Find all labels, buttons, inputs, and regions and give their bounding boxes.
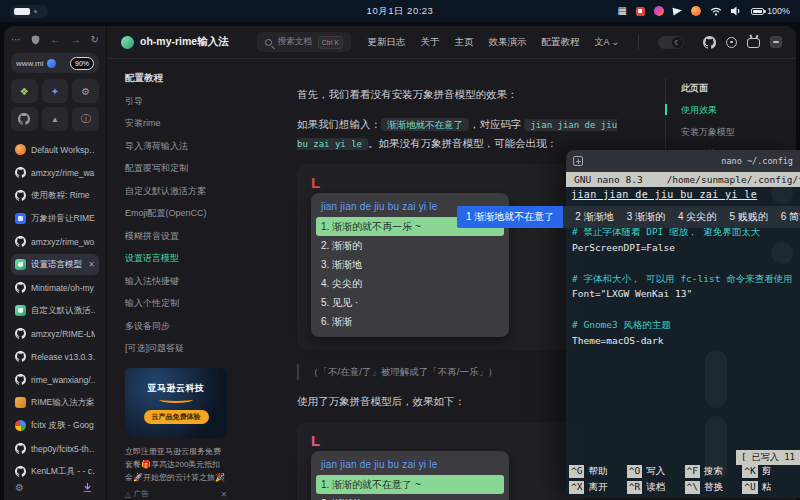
tab-item[interactable]: fcitx 皮肤 - Goog… [11,415,99,436]
fcitx-candidate[interactable]: 4 尖尖的 [678,210,716,224]
tab-item[interactable]: KenLM工具 - - c… [11,461,99,478]
terminal-titlebar[interactable]: nano ~/.config [566,150,800,172]
tab-item[interactable]: rime_wanxiang/… [11,369,99,390]
tab-item[interactable]: 万象拼音让RIME… [11,208,99,229]
sidebar-item-faq[interactable]: [可选]问题答疑 [125,342,233,355]
language-switch[interactable]: 文A ⌄ [594,36,619,49]
nav-home[interactable]: 主页 [454,36,473,49]
github-icon[interactable] [703,36,716,49]
tab-item[interactable]: Release v13.0.3… [11,346,99,367]
url-bar[interactable]: www.mi 90% [11,53,99,73]
tab-item[interactable]: amzxyz/rime_wa… [11,162,99,183]
ad-button[interactable]: 云产品免费体验 [144,410,209,424]
terminal-window[interactable]: nano ~/.config GNU nano 8.3 /home/sunmap… [566,150,800,498]
moon-icon: ☾ [672,37,683,48]
sidebar-item-emoji[interactable]: Emoji配置(OpenCC) [125,207,233,220]
outline-item-effect[interactable]: 使用效果 [681,104,735,117]
sidebar-item-fuzzy-pinyin[interactable]: 模糊拼音设置 [125,230,233,243]
ime-candidate-6: 6. 渐渐 [316,312,504,331]
sparkle-extension-icon[interactable]: ✦ [42,79,69,103]
tab-item[interactable]: amzxyz/RIME-LM… [11,323,99,344]
ime-candidate-1: 1. 渐渐的就不在意了 ~ [316,475,504,494]
tab-item[interactable]: amzxyz/rime_wo… [11,231,99,252]
outline-item-install-model[interactable]: 安装万象模型 [681,126,735,139]
nano-version: GNU nano 8.3 [574,174,643,185]
tab-item[interactable]: 自定义默认激活… [11,300,99,321]
text-cursor-mark: L [311,433,570,448]
tab-item[interactable]: thep0y/fcitx5-th… [11,438,99,459]
back-icon[interactable]: ← [50,34,60,45]
zoom-level-badge[interactable]: 90% [70,57,94,70]
info-extension-icon[interactable]: ⓘ [72,107,99,131]
docs-section-title: 配置教程 [125,72,233,85]
fcitx-candidate[interactable]: 2 渐渐地 [575,210,613,224]
forward-icon[interactable]: → [70,34,80,45]
sidebar-item-language-model-active[interactable]: 设置语言模型 [125,252,233,265]
volume-icon[interactable] [731,6,742,16]
ime-candidate-5: 5. 见见 · [316,293,504,312]
config-line: Font="LXGW WenKai 13" [572,286,794,302]
tab-item[interactable]: RIME输入法方案… [11,392,99,413]
fcitx-candidate[interactable]: 5 贱贱的 [729,210,767,224]
settings-gear-icon[interactable]: ⚙ [15,482,24,493]
inline-code-zh: 渐渐地就不在意了 [381,118,469,131]
tab-item[interactable]: 使用教程: Rime [11,185,99,206]
github-shortcut-icon[interactable] [11,107,38,131]
search-input[interactable]: 搜索文档 Ctrl K [257,32,352,52]
sidebar-item-hotkeys[interactable]: 输入法快捷键 [125,275,233,288]
github-icon [15,328,26,339]
fcitx-candidate[interactable]: 6 简简单 [781,210,800,224]
settings-extension-icon[interactable]: ⚙ [72,79,99,103]
browser-sidebar: ⋯ ← → ↻ www.mi 90% ❖ ✦ ⚙ ▲ ⓘ Default Wor… [4,26,107,500]
ad-image[interactable]: 亚马逊云科技 云产品免费体验 [125,368,227,438]
sidebar-item-default-scheme[interactable]: 自定义默认激活方案 [125,185,233,198]
bilibili-tv-icon[interactable] [747,38,760,48]
sidebar-item-sync[interactable]: 多设备同步 [125,320,233,333]
menu-ellipsis-icon[interactable]: ⋯ [11,34,21,45]
sidebar-item-override[interactable]: 配置覆写和定制 [125,162,233,175]
close-icon[interactable]: ✕ [88,260,95,269]
pin-icon[interactable] [726,37,737,48]
shield-icon[interactable] [31,35,40,45]
nav-demo[interactable]: 效果演示 [488,36,526,49]
ad-close-icon[interactable]: ✕ [221,490,227,499]
tab-active-language-model[interactable]: 设置语言模型✕ [11,254,99,275]
input-method-icon[interactable]: ▦ [618,6,627,16]
sidebar-item-customize[interactable]: 输入个性定制 [125,297,233,310]
shortcut-exit: ^X离开 [569,481,627,494]
reload-icon[interactable]: ↻ [91,34,99,45]
outline-header: 此页面 [681,82,735,95]
dark-mode-toggle[interactable]: ☾ [658,36,684,49]
app-badge-icon[interactable] [770,36,782,48]
sparkle-icon: ✦ [51,86,59,97]
wifi-icon[interactable] [710,6,722,16]
ad-card[interactable]: 亚马逊云科技 云产品免费体验 立即注册亚马逊云服务免费套餐🎁享高达200美元抵扣… [125,368,227,499]
extension-badge-icon[interactable] [47,59,56,68]
nav-changelog[interactable]: 更新日志 [367,36,405,49]
sidebar-item-guide[interactable]: 引导 [125,95,233,108]
nav-tutorial[interactable]: 配置教程 [541,36,579,49]
play-extension-icon[interactable]: ▲ [42,107,69,131]
nav-about[interactable]: 关于 [420,36,439,49]
terminal-buffer[interactable]: # 禁止字体随着 DPI 缩放， 避免界面太大 PerScreenDPI=Fal… [566,224,800,348]
config-line: Theme=macOS-dark [572,333,794,349]
wappalyzer-extension-icon[interactable]: ❖ [11,79,38,103]
new-tab-icon[interactable] [573,156,583,166]
site-title[interactable]: oh-my-rime输入法 [140,35,229,49]
notification-tray-icon[interactable] [636,7,645,16]
telegram-icon[interactable] [672,6,682,15]
battery-percent: 100% [767,6,790,16]
download-icon[interactable] [82,482,93,493]
browser-tray-icon[interactable] [654,6,664,16]
ime-candidate-panel: jian jian de jiu bu zai yi le 1. 渐渐的就不在意… [311,451,509,500]
sidebar-item-install-rime[interactable]: 安装rime [125,117,233,130]
app-tray-icon[interactable] [691,6,701,16]
fcitx-selected-candidate[interactable]: 1 渐渐地就不在意了 [457,206,563,228]
fcitx-candidate[interactable]: 3 渐渐的 [627,210,665,224]
tab-item[interactable]: Mintimate/oh-my… [11,277,99,298]
docs-sidebar: 配置教程 引导 安装rime 导入薄荷输入法 配置覆写和定制 自定义默认激活方案… [107,59,247,500]
github-icon [15,236,26,247]
tab-default-workspace[interactable]: Default Worksp… [11,139,99,160]
sidebar-item-import[interactable]: 导入薄荷输入法 [125,140,233,153]
site-logo[interactable] [121,36,134,49]
